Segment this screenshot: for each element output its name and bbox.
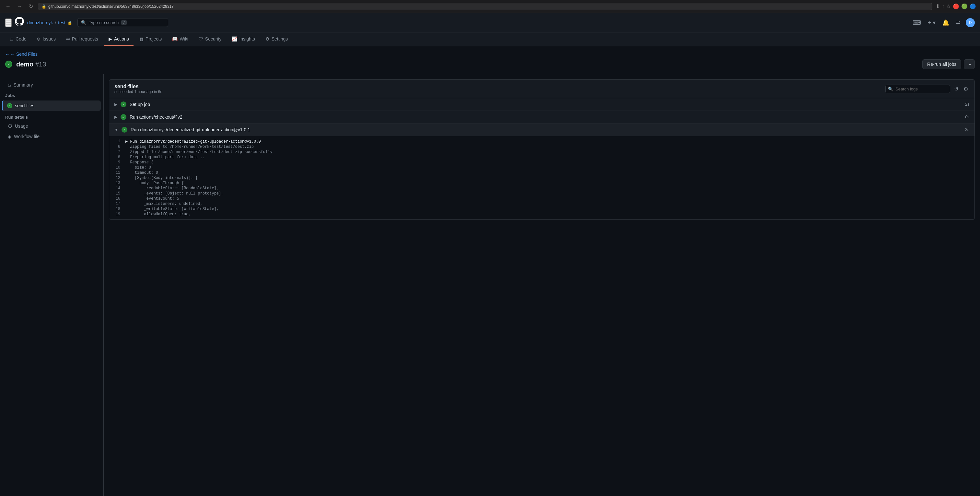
log-content: _maxListeners: undefined, xyxy=(126,202,975,206)
nav-insights[interactable]: 📈 Insights xyxy=(227,32,259,46)
nav-actions[interactable]: ▶ Actions xyxy=(104,32,134,46)
owner-link[interactable]: dimazhornyk xyxy=(27,20,53,25)
reload-button[interactable]: ↻ xyxy=(27,3,35,10)
nav-security[interactable]: 🛡 Security xyxy=(194,32,226,46)
summary-label: Summary xyxy=(14,82,33,88)
log-content: timeout: 0, xyxy=(126,171,975,175)
job-panel-header: send-files succeeded 1 hour ago in 6s 🔍 … xyxy=(109,80,975,98)
create-button[interactable]: + ▾ xyxy=(926,18,937,27)
forward-button[interactable]: → xyxy=(16,3,24,10)
search-logs-icon: 🔍 xyxy=(888,86,893,91)
workflow-actions: Re-run all jobs ··· xyxy=(922,59,975,69)
search-placeholder: Type / to search xyxy=(89,20,119,25)
repo-nav: ◻ Code ⊙ Issues ⇌ Pull requests ▶ Action… xyxy=(0,32,980,46)
line-number: 16 xyxy=(109,196,126,201)
log-line: 6 Zipping files to /home/runner/work/tes… xyxy=(109,144,975,150)
nav-settings[interactable]: ⚙ Settings xyxy=(261,32,293,46)
workflow-file-icon: ◈ xyxy=(8,134,11,139)
step-action-duration: 2s xyxy=(965,128,969,132)
settings-icon: ⚙ xyxy=(266,36,270,41)
avatar[interactable]: D xyxy=(966,18,975,27)
step-action[interactable]: ▼ Run dimazhornyk/decentralized-git-uplo… xyxy=(109,123,975,136)
usage-label: Usage xyxy=(15,123,28,129)
step-success-icon xyxy=(121,114,126,120)
log-content: Preparing multipart form-data... xyxy=(126,155,975,159)
sidebar-job-send-files[interactable]: send-files xyxy=(2,100,101,111)
back-nav[interactable]: ← ← Send Files xyxy=(0,46,980,59)
sidebar-workflow-file[interactable]: ◈ Workflow file xyxy=(3,131,101,142)
github-header: ☰ dimazhornyk / test 🔒 🔍 Type / to searc… xyxy=(0,13,980,32)
log-line: 10 size: 0, xyxy=(109,165,975,170)
step-setup-duration: 2s xyxy=(965,102,969,107)
log-content: _readableState: [ReadableState], xyxy=(126,186,975,191)
line-number: 7 xyxy=(109,150,126,154)
log-line: 12 [Symbol(Body internals)]: { xyxy=(109,175,975,180)
url-text: github.com/dimazhornyk/test/actions/runs… xyxy=(48,4,174,9)
chevron-right-icon: ▶ xyxy=(115,102,117,107)
sidebar-usage[interactable]: ⏱ Usage xyxy=(3,121,101,131)
log-content: Zipped file /home/runner/work/test/test/… xyxy=(126,150,975,154)
summary-icon: ⌂ xyxy=(8,82,11,88)
log-content: Zipping files to /home/runner/work/test/… xyxy=(126,145,975,149)
log-content: body: PassThrough { xyxy=(126,181,975,185)
refresh-button[interactable]: ↺ xyxy=(953,85,959,93)
log-content: allowHalfOpen: true, xyxy=(126,212,975,217)
jobs-header: Jobs xyxy=(0,91,103,100)
step-setup-label: Set up job xyxy=(130,102,962,107)
hamburger-button[interactable]: ☰ xyxy=(5,19,12,27)
log-content: ▶ Run dimazhornyk/decentralized-git-uplo… xyxy=(126,139,975,144)
pull-requests-button[interactable]: ⇌ xyxy=(955,18,962,27)
more-button[interactable]: ··· xyxy=(964,59,975,69)
log-output: 1▶ Run dimazhornyk/decentralized-git-upl… xyxy=(109,136,975,220)
pulls-icon: ⇌ xyxy=(66,36,70,41)
nav-actions-label: Actions xyxy=(114,36,129,41)
step-success-icon xyxy=(121,102,126,107)
step-success-icon xyxy=(121,127,127,132)
log-content: _eventsCount: 5, xyxy=(126,196,975,201)
issues-icon: ⊙ xyxy=(37,36,40,41)
search-logs-input[interactable] xyxy=(885,85,950,93)
global-search[interactable]: 🔍 Type / to search / xyxy=(78,18,168,27)
sidebar: ⌂ Summary Jobs send-files Run details ⏱ … xyxy=(0,74,104,496)
nav-code-label: Code xyxy=(16,36,26,41)
lock-icon: 🔒 xyxy=(67,21,72,25)
back-label: ← Send Files xyxy=(10,51,38,57)
rerun-button[interactable]: Re-run all jobs xyxy=(922,59,961,69)
breadcrumb: dimazhornyk / test 🔒 xyxy=(27,20,72,25)
step-checkout[interactable]: ▶ Run actions/checkout@v2 0s xyxy=(109,111,975,123)
nav-wiki[interactable]: 📖 Wiki xyxy=(167,32,192,46)
step-setup-job[interactable]: ▶ Set up job 2s xyxy=(109,98,975,111)
step-checkout-duration: 0s xyxy=(965,115,969,119)
nav-issues[interactable]: ⊙ Issues xyxy=(32,32,60,46)
job-panel-title-block: send-files succeeded 1 hour ago in 6s xyxy=(115,84,162,94)
line-number: 14 xyxy=(109,186,126,191)
nav-code[interactable]: ◻ Code xyxy=(5,32,31,46)
line-number: 17 xyxy=(109,202,126,206)
insights-icon: 📈 xyxy=(232,36,237,41)
nav-pulls-label: Pull requests xyxy=(72,36,98,41)
settings-button[interactable]: ⚙ xyxy=(962,85,969,93)
nav-projects[interactable]: ▦ Projects xyxy=(135,32,167,46)
main-layout: ⌂ Summary Jobs send-files Run details ⏱ … xyxy=(0,74,980,496)
projects-icon: ▦ xyxy=(139,36,143,41)
notifications-button[interactable]: 🔔 xyxy=(941,18,950,27)
nav-projects-label: Projects xyxy=(145,36,162,41)
line-number: 12 xyxy=(109,176,126,180)
address-bar[interactable]: 🔒 github.com/dimazhornyk/test/actions/ru… xyxy=(38,3,932,10)
back-arrow-icon: ← xyxy=(5,51,10,57)
search-shortcut: / xyxy=(121,20,127,25)
github-logo[interactable] xyxy=(15,17,24,28)
back-button[interactable]: ← xyxy=(4,3,12,10)
line-number: 1 xyxy=(109,139,126,144)
job-panel-subtitle: succeeded 1 hour ago in 6s xyxy=(115,89,162,94)
terminal-button[interactable]: ⌨ xyxy=(911,18,922,27)
step-checkout-label: Run actions/checkout@v2 xyxy=(130,115,962,120)
repo-link[interactable]: test xyxy=(58,20,65,25)
workflow-title-row: demo #13 Re-run all jobs ··· xyxy=(0,59,980,74)
nav-pulls[interactable]: ⇌ Pull requests xyxy=(62,32,103,46)
security-icon: 🛡 xyxy=(199,36,203,41)
sidebar-summary[interactable]: ⌂ Summary xyxy=(3,80,101,91)
log-line: 13 body: PassThrough { xyxy=(109,180,975,186)
log-content: [Symbol(Body internals)]: { xyxy=(126,176,975,180)
line-number: 9 xyxy=(109,160,126,165)
